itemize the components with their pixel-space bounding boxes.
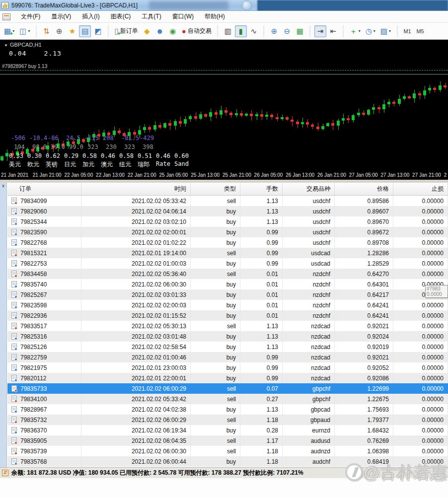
zoom-in-button[interactable]: ⊕ — [268, 25, 280, 37]
order-id: 79835733 — [20, 385, 47, 392]
strategy-tester-button[interactable]: ◩ — [92, 25, 104, 37]
order-row-79815321[interactable]: 798153212021.02.01 19:14:00sell0.99usdca… — [7, 248, 448, 258]
order-row-79836370[interactable]: 798363702021.02.02 06:19:34buy0.28eurnzd… — [7, 425, 448, 435]
order-row-79833517[interactable]: 798335172021.02.02 05:30:13sell1.13nzdca… — [7, 321, 448, 331]
order-row-79834458[interactable]: 798344582021.02.02 05:36:40sell0.01nzdch… — [7, 269, 448, 279]
market-watch-button[interactable]: ⇅ — [40, 25, 52, 37]
order-row-79825316[interactable]: 798253162021.02.02 03:01:48buy1.13nzdcad… — [7, 331, 448, 342]
order-row-79825267[interactable]: 798252672021.02.02 03:01:33buy0.01nzdchf… — [7, 289, 448, 300]
templates-button[interactable]: ▨▾ — [378, 25, 393, 37]
order-type-dot — [14, 431, 17, 434]
order-row-79821975[interactable]: 798219752021.02.01 23:00:03buy0.99nzdcad… — [7, 362, 448, 373]
toolbar-separator — [107, 26, 109, 37]
order-row-79835768[interactable]: 798357682021.02.02 06:00:44buy1.18audchf… — [7, 456, 448, 467]
close-panel-button[interactable]: x — [0, 183, 6, 189]
indicator-value: 0.33 — [9, 152, 23, 159]
time-axis-label: 27 Jan 13:00 — [380, 172, 409, 178]
order-drag-tooltip: #7983 0.0000 — [425, 285, 448, 298]
menu-item-6[interactable]: 帮助(H) — [199, 11, 230, 21]
community-button[interactable]: ☻ — [154, 25, 166, 37]
candle-body — [296, 122, 299, 124]
order-row-79835905[interactable]: 798359052021.02.02 06:04:35sell1.17audus… — [7, 435, 448, 446]
auto-scroll-button[interactable]: ⇥ — [314, 25, 326, 37]
dropdown-arrow-icon[interactable]: ▾ — [28, 29, 30, 33]
order-row-79825126[interactable]: 798251262021.02.02 02:58:54buy1.13nzdcad… — [7, 342, 448, 352]
order-id: 79835739 — [20, 448, 47, 455]
menu-item-0[interactable]: 文件(F) — [15, 11, 46, 21]
candle-body — [174, 121, 177, 126]
menu-item-1[interactable]: 显示(V) — [46, 11, 76, 21]
column-header-0[interactable]: 订单 — [7, 183, 81, 195]
menu-item-4[interactable]: 工具(T) — [136, 11, 166, 21]
sell-order-icon — [11, 271, 17, 277]
title-bar[interactable]: 599076: TradeMaxGlobal-Live3 - [GBPCAD,H… — [0, 0, 448, 11]
periods-button[interactable]: ◷▾ — [364, 25, 377, 37]
menu-item-5[interactable]: 窗口(W) — [167, 11, 199, 21]
order-row-79822753[interactable]: 798227532021.02.02 01:00:03buy0.99usdcad… — [7, 258, 448, 269]
dropdown-arrow-icon[interactable]: ▾ — [389, 29, 391, 33]
line-chart-button[interactable]: ∿ — [248, 25, 260, 37]
order-row-79820112[interactable]: 798201122021.02.01 22:00:01buy0.99nzdcad… — [7, 373, 448, 383]
column-header-6[interactable]: 止损 — [393, 183, 448, 195]
navigator-button[interactable]: ★ — [66, 25, 78, 37]
column-header-3[interactable]: 手数 — [240, 183, 283, 195]
bar-chart-button[interactable]: ▥ — [222, 25, 234, 37]
time-cell: 2021.02.02 05:30:13 — [81, 321, 191, 331]
order-row-79828967[interactable]: 798289672021.02.02 04:02:38buy1.13gbpcad… — [7, 404, 448, 415]
menu-item-2[interactable]: 插入(I) — [76, 11, 105, 21]
column-header-2[interactable]: 类型 — [191, 183, 240, 195]
order-row-79823598[interactable]: 798235982021.02.02 02:00:03buy0.01nzdchf… — [7, 300, 448, 310]
data-window-button[interactable]: ⊕ — [53, 25, 65, 37]
order-type-dot — [14, 441, 17, 444]
order-id: 79825267 — [20, 291, 47, 298]
order-row-79835732[interactable]: 798357322021.02.02 06:00:29sell1.18gbpau… — [7, 415, 448, 425]
signals-button[interactable]: ◉ — [167, 25, 179, 37]
terminal-button[interactable]: ▤ — [79, 25, 91, 37]
order-type-dot — [14, 327, 17, 330]
dropdown-arrow-icon[interactable]: ▾ — [373, 29, 375, 33]
order-row-79823590[interactable]: 798235902021.02.02 02:00:01buy0.99usdchf… — [7, 227, 448, 237]
order-row-79835733[interactable]: 798357332021.02.02 06:00:29sell0.07gbpch… — [7, 383, 448, 394]
order-row-79829060[interactable]: 798290602021.02.02 04:06:14buy1.13usdchf… — [7, 206, 448, 216]
dropdown-arrow-icon[interactable]: ▾ — [359, 29, 361, 33]
column-header-4[interactable]: 交易品种 — [283, 183, 335, 195]
new-order-button-label: 新订单 — [120, 27, 138, 35]
order-row-79834099[interactable]: 798340992021.02.02 05:33:42sell1.13usdch… — [7, 196, 448, 206]
zoom-out-button[interactable]: ⊖ — [281, 25, 293, 37]
symbol-cell: nzdchf — [283, 289, 335, 300]
order-row-79822759[interactable]: 798227592021.02.02 01:00:46buy0.99nzdcad… — [7, 352, 448, 362]
chart-menu-icon[interactable] — [2, 13, 10, 20]
lots-cell: 0.07 — [240, 383, 283, 394]
candle-body — [179, 121, 182, 124]
lots-cell: 0.99 — [240, 237, 283, 248]
order-row-79822768[interactable]: 798227682021.02.02 01:02:22buy0.99usdchf… — [7, 237, 448, 248]
column-header-5[interactable]: 价格 — [335, 183, 393, 195]
order-cell: 79834100 — [7, 394, 81, 404]
chart-shift-button[interactable]: ⇤ — [327, 25, 339, 37]
metaeditor-button[interactable]: ◆ — [141, 25, 153, 37]
tile-windows-button[interactable]: ▦ — [294, 25, 306, 37]
autotrade-button[interactable]: ●自动交易 — [180, 25, 214, 37]
sl-cell: 0.00000 — [393, 342, 448, 352]
indicators-button[interactable]: ＋▾ — [348, 25, 363, 37]
order-cell: 79822936 — [7, 310, 81, 321]
order-row-79822936[interactable]: 798229362021.02.02 01:15:52buy0.01nzdchf… — [7, 310, 448, 321]
period-m5-button[interactable]: M5 — [414, 25, 426, 37]
order-row-79825344[interactable]: 798253442021.02.02 03:02:10buy1.13usdchf… — [7, 216, 448, 227]
candle-body — [408, 96, 411, 98]
order-row-79834100[interactable]: 798341002021.02.02 05:33:42sell0.27gbpch… — [7, 394, 448, 404]
period-m1-button[interactable]: M1 — [401, 25, 413, 37]
type-cell: sell — [191, 383, 240, 394]
indicator-value: 0.46 — [156, 152, 170, 159]
column-header-1[interactable]: 时间 — [81, 183, 191, 195]
new-order-button[interactable]: ▯+新订单 — [112, 25, 140, 37]
candlestick-button[interactable]: ▮ — [235, 25, 247, 37]
chart-canvas[interactable]: ▼GBPCAD,H1 0.04 2.13 #79828967 buy 1.13 … — [0, 40, 448, 180]
new-chart-button[interactable]: ▦+▾ — [2, 25, 16, 37]
order-row-79835740[interactable]: 798357402021.02.02 06:00:30buy0.01nzdchf… — [7, 279, 448, 289]
order-row-79835739[interactable]: 798357392021.02.02 06:00:30sell1.18audnz… — [7, 446, 448, 456]
sl-cell: 0.00000 — [393, 394, 448, 404]
price-cell: 0.89672 — [335, 227, 393, 237]
menu-item-3[interactable]: 图表(C) — [105, 11, 137, 21]
profiles-button[interactable]: ◫▾ — [17, 25, 32, 37]
